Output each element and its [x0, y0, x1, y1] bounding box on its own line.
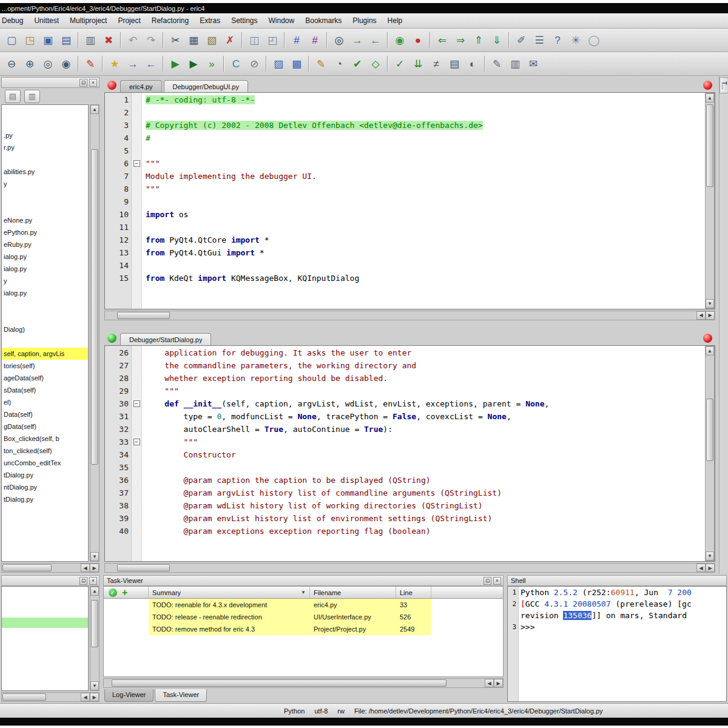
- highlight-pen-button[interactable]: ✎: [82, 55, 99, 72]
- line-number-gutter[interactable]: 262728293031323334353637383940: [105, 346, 132, 562]
- spell-check-button[interactable]: ✐: [513, 32, 530, 49]
- line-number[interactable]: 12: [105, 234, 129, 246]
- scrollbar-thumb[interactable]: [117, 312, 170, 319]
- save-all-button[interactable]: ▤: [58, 32, 75, 49]
- bookmark-down-button[interactable]: ⇓: [488, 32, 505, 49]
- line-number[interactable]: 14: [105, 259, 129, 272]
- cut-button[interactable]: ✂: [167, 32, 184, 49]
- documentation-button[interactable]: ▥: [507, 55, 524, 72]
- line-number[interactable]: 11: [105, 221, 129, 234]
- bookmark-next-button[interactable]: →: [124, 55, 141, 72]
- file-list-item[interactable]: ePython.py: [2, 226, 88, 238]
- nav-back-button[interactable]: ⇐: [434, 32, 451, 49]
- tab-log-viewer[interactable]: Log-Viewer: [104, 689, 153, 702]
- new-file-button[interactable]: ▢: [3, 32, 20, 49]
- code-line[interactable]: """: [146, 436, 704, 448]
- editor-vertical-scrollbar[interactable]: ▲ ▼: [705, 93, 715, 309]
- open-file-button[interactable]: ◳: [21, 32, 38, 49]
- scroll-up-button[interactable]: ▲: [90, 587, 99, 596]
- scroll-left-button[interactable]: ◀: [485, 679, 494, 687]
- menu-unittest[interactable]: Unittest: [29, 15, 64, 27]
- menu-bookmarks[interactable]: Bookmarks: [300, 15, 347, 27]
- file-list-item[interactable]: ton_clicked(self): [2, 445, 88, 457]
- zoom-out-button[interactable]: ⊖: [3, 55, 20, 72]
- code-line[interactable]: #: [146, 132, 704, 144]
- scroll-right-button[interactable]: ▶: [90, 693, 99, 701]
- file-list-item[interactable]: tories(self): [2, 360, 88, 372]
- close-editor-button[interactable]: [703, 334, 712, 343]
- class-browser-tab-button[interactable]: ▥: [24, 90, 40, 103]
- mail-button[interactable]: ✉: [525, 55, 542, 72]
- fold-collapse-marker[interactable]: −: [133, 160, 140, 167]
- fold-collapse-marker[interactable]: −: [133, 400, 140, 407]
- debug-script-button[interactable]: ▶: [185, 55, 202, 72]
- new-view-button[interactable]: ◫: [246, 32, 263, 49]
- scrollbar-track[interactable]: [104, 679, 485, 687]
- code-line[interactable]: """: [146, 385, 704, 397]
- scrollbar-track[interactable]: [105, 311, 696, 320]
- code-line[interactable]: application for debugging. It asks the u…: [146, 346, 704, 359]
- menu-refactoring[interactable]: Refactoring: [146, 15, 194, 27]
- error-marker-button[interactable]: ●: [410, 32, 426, 49]
- editor-horizontal-scrollbar[interactable]: ◀ ▶: [104, 563, 715, 573]
- code-line[interactable]: """: [146, 183, 704, 195]
- line-number[interactable]: 27: [105, 359, 129, 372]
- code-line[interactable]: import os: [146, 208, 704, 221]
- file-list-item[interactable]: y: [2, 275, 88, 287]
- list-row[interactable]: [2, 618, 88, 628]
- undo-button[interactable]: ↶: [124, 32, 141, 49]
- menu-debug[interactable]: Debug: [0, 15, 29, 27]
- editor-vertical-scrollbar[interactable]: ▲ ▼: [705, 346, 715, 562]
- vertical-scrollbar[interactable]: ▲ ▼: [90, 586, 99, 691]
- file-list-item[interactable]: abilities.py: [2, 166, 88, 178]
- float-panel-button[interactable]: ⊡: [79, 577, 87, 585]
- search-prev-button[interactable]: ←: [367, 32, 384, 49]
- line-number[interactable]: 29: [105, 385, 129, 397]
- scrollbar-thumb[interactable]: [117, 564, 170, 571]
- line-number[interactable]: 7: [105, 170, 129, 183]
- scrollbar-thumb[interactable]: [706, 104, 713, 187]
- code-line[interactable]: type = 0, modfuncList = None, tracePytho…: [146, 410, 704, 423]
- scroll-left-button[interactable]: ◀: [696, 311, 706, 320]
- file-list-item[interactable]: eRuby.py: [2, 238, 88, 251]
- line-number[interactable]: 31: [105, 410, 129, 423]
- code-area[interactable]: # -*- coding: utf-8 -*-# Copyright (c) 2…: [142, 93, 704, 309]
- search-next-button[interactable]: →: [349, 32, 366, 49]
- zoom-fit-button[interactable]: ◉: [58, 55, 75, 72]
- code-line[interactable]: [146, 461, 704, 474]
- file-list-item[interactable]: Data(self): [2, 408, 88, 420]
- help-context-button[interactable]: ?: [549, 32, 566, 49]
- code-line[interactable]: Module implementing the debugger UI.: [146, 170, 704, 183]
- vcs-log-button[interactable]: ▤: [446, 55, 463, 72]
- task-row[interactable]: TODO: release - reenable redirectionUI/U…: [104, 611, 503, 623]
- nav-forward-button[interactable]: ⇒: [452, 32, 469, 49]
- line-number-gutter[interactable]: 123456789101112131415: [105, 93, 132, 309]
- line-number[interactable]: 2: [105, 106, 129, 119]
- delete-button[interactable]: ✗: [221, 32, 238, 49]
- line-number[interactable]: 35: [105, 461, 129, 474]
- line-number[interactable]: 10: [105, 208, 129, 221]
- file-list-item[interactable]: Box_clicked(self, b: [2, 433, 88, 445]
- menu-multiproject[interactable]: Multiproject: [64, 15, 112, 27]
- paste-button[interactable]: ▧: [203, 32, 220, 49]
- vcs-status-button[interactable]: ◐: [464, 55, 481, 72]
- file-list-item[interactable]: Dialog): [2, 323, 88, 335]
- bookmark-toggle-button[interactable]: ★: [106, 55, 123, 72]
- sidebar-vertical-scrollbar[interactable]: ▲ ▼: [90, 104, 99, 562]
- code-line[interactable]: whether exception reporting should be di…: [146, 372, 704, 385]
- float-panel-button[interactable]: ⊡: [79, 79, 87, 87]
- close-panel-button[interactable]: ×: [493, 577, 501, 585]
- scrollbar-track[interactable]: [90, 596, 99, 681]
- scrollbar-thumb[interactable]: [91, 149, 98, 465]
- fold-margin[interactable]: −−: [132, 346, 142, 562]
- line-number[interactable]: 39: [105, 512, 129, 525]
- menu-window[interactable]: Window: [263, 15, 300, 27]
- task-row[interactable]: TODO: remove method for eric 4.3Project/…: [104, 623, 503, 635]
- code-line[interactable]: [146, 106, 704, 119]
- scrollbar-track[interactable]: [706, 103, 714, 299]
- scrollbar-thumb[interactable]: [112, 679, 447, 687]
- file-list-item[interactable]: r.py: [2, 141, 88, 153]
- code-line[interactable]: # Copyright (c) 2002 - 2008 Detlev Offen…: [146, 119, 704, 132]
- file-list-item[interactable]: ialog.py: [2, 287, 88, 299]
- menu-extras[interactable]: Extras: [194, 15, 226, 27]
